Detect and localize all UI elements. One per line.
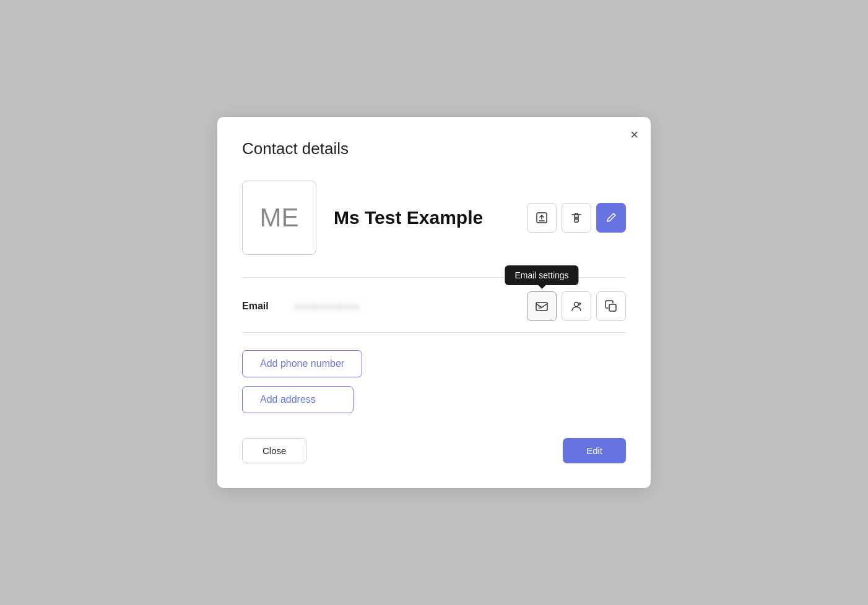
export-icon (535, 211, 549, 225)
copy-button[interactable] (596, 291, 626, 321)
contact-details-modal: × Contact details ME Ms Test Example (217, 117, 651, 488)
footer-edit-button[interactable]: Edit (563, 438, 626, 463)
footer-close-button[interactable]: Close (242, 438, 306, 463)
email-value: •••••••••••••••••••• (294, 301, 512, 312)
trash-icon (570, 211, 583, 225)
add-address-button[interactable]: Add address (242, 386, 354, 413)
footer-row: Close Edit (242, 438, 626, 463)
assign-button[interactable] (562, 291, 591, 321)
add-phone-number-button[interactable]: Add phone number (242, 350, 362, 377)
close-icon-button[interactable]: × (630, 128, 638, 142)
modal-overlay[interactable]: × Contact details ME Ms Test Example (0, 0, 868, 605)
edit-contact-button[interactable] (596, 203, 626, 233)
svg-rect-3 (609, 304, 616, 311)
email-row: Email •••••••••••••••••••• Email setting… (242, 278, 626, 332)
divider-bottom (242, 332, 626, 333)
avatar: ME (242, 181, 316, 255)
copy-icon (604, 299, 618, 313)
assign-icon (570, 299, 583, 313)
email-label: Email (242, 301, 279, 312)
contact-header: ME Ms Test Example (242, 181, 626, 255)
add-buttons-section: Add phone number Add address (242, 350, 626, 413)
email-settings-wrapper: Email settings (527, 291, 557, 321)
pen-icon (604, 211, 618, 225)
email-settings-tooltip: Email settings (505, 265, 578, 285)
contact-name: Ms Test Example (334, 207, 510, 228)
export-button[interactable] (527, 203, 557, 233)
header-action-buttons (527, 203, 626, 233)
delete-button[interactable] (562, 203, 591, 233)
email-action-buttons: Email settings (527, 291, 626, 321)
svg-point-2 (575, 302, 579, 307)
modal-title: Contact details (242, 139, 626, 158)
svg-rect-1 (536, 302, 547, 311)
email-settings-button[interactable] (527, 291, 557, 321)
email-settings-icon (535, 299, 549, 313)
